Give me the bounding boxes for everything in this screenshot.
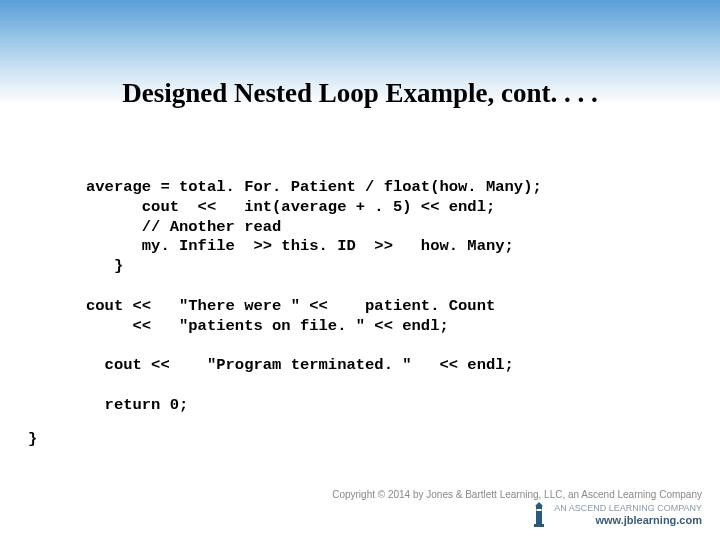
code-line: return 0; xyxy=(86,396,188,414)
svg-rect-2 xyxy=(534,524,544,527)
publisher-logo: AN ASCEND LEARNING COMPANY www.jblearnin… xyxy=(332,502,702,528)
code-line: average = total. For. Patient / float(ho… xyxy=(86,178,542,196)
slide-title: Designed Nested Loop Example, cont. . . … xyxy=(0,78,720,109)
code-line: // Another read xyxy=(86,218,281,236)
publisher-tagline: AN ASCEND LEARNING COMPANY xyxy=(554,504,702,514)
code-close-brace: } xyxy=(28,430,37,448)
code-block: average = total. For. Patient / float(ho… xyxy=(86,178,542,416)
publisher-text: AN ASCEND LEARNING COMPANY www.jblearnin… xyxy=(554,504,702,526)
code-line: cout << "There were " << patient. Count xyxy=(86,297,495,315)
code-line: my. Infile >> this. ID >> how. Many; xyxy=(86,237,514,255)
code-line: cout << int(average + . 5) << endl; xyxy=(86,198,495,216)
svg-rect-0 xyxy=(536,506,542,524)
code-line: cout << "Program terminated. " << endl; xyxy=(86,356,514,374)
code-line: } xyxy=(86,257,123,275)
svg-marker-1 xyxy=(535,502,543,506)
lighthouse-icon xyxy=(530,502,548,528)
svg-rect-3 xyxy=(537,509,542,511)
footer: Copyright © 2014 by Jones & Bartlett Lea… xyxy=(332,489,702,528)
code-line: << "patients on file. " << endl; xyxy=(86,317,449,335)
copyright-text: Copyright © 2014 by Jones & Bartlett Lea… xyxy=(332,489,702,500)
publisher-url: www.jblearning.com xyxy=(554,514,702,526)
